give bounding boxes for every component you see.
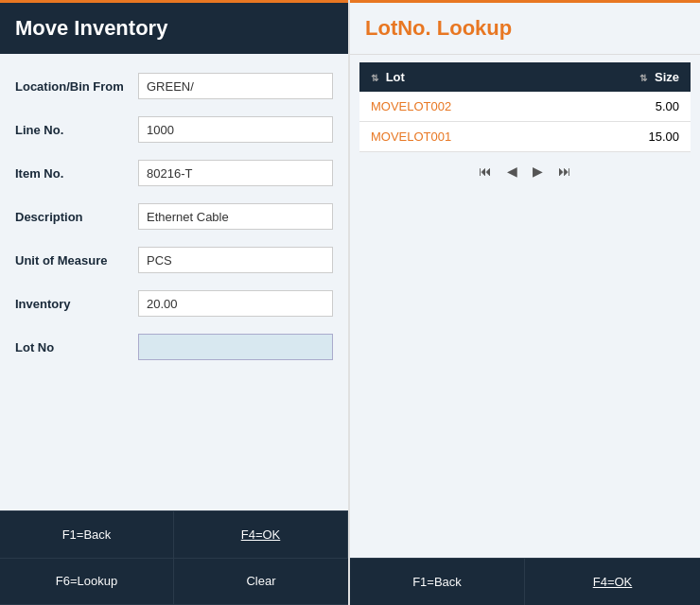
f4-ok-button[interactable]: F4=OK (174, 511, 348, 559)
left-panel-header: Move Inventory (0, 0, 348, 54)
label-location-bin-from: Location/Bin From (15, 79, 138, 94)
size-column-header[interactable]: ⇅ Size (567, 62, 691, 92)
right-panel: LotNo. Lookup ⇅ Lot ⇅ Size MOVELOT0025.0… (350, 0, 700, 605)
left-title: Move Inventory (15, 16, 167, 40)
right-f4-ok-button[interactable]: F4=OK (525, 559, 700, 605)
form-row-description: Description (15, 203, 333, 230)
input-line-no[interactable] (138, 116, 333, 143)
form-row-item-no: Item No. (15, 160, 333, 186)
left-footer: F1=Back F4=OK F6=Lookup Clear (0, 510, 348, 605)
label-inventory: Inventory (15, 297, 138, 311)
form-row-lot-no: Lot No (15, 334, 333, 360)
right-title: LotNo. Lookup (365, 16, 512, 40)
form-row-inventory: Inventory (15, 290, 333, 317)
input-item-no[interactable] (138, 160, 333, 186)
table-row[interactable]: MOVELOT00115.00 (359, 122, 691, 152)
lot-lookup-table: ⇅ Lot ⇅ Size MOVELOT0025.00MOVELOT00115.… (359, 62, 691, 152)
next-page-button[interactable]: ▶ (529, 162, 547, 181)
form-row-location-bin-from: Location/Bin From (15, 73, 333, 99)
input-location-bin-from[interactable] (138, 73, 333, 99)
form-row-line-no: Line No. (15, 116, 333, 143)
input-description[interactable] (138, 203, 333, 230)
f6-lookup-button[interactable]: F6=Lookup (0, 559, 174, 606)
table-row[interactable]: MOVELOT0025.00 (359, 92, 691, 122)
size-cell: 5.00 (567, 92, 691, 122)
right-f1-back-button[interactable]: F1=Back (350, 559, 525, 605)
prev-page-button[interactable]: ◀ (503, 162, 521, 181)
right-panel-header: LotNo. Lookup (350, 0, 700, 55)
first-page-button[interactable]: ⏮ (475, 162, 496, 181)
lot-link[interactable]: MOVELOT001 (371, 130, 451, 144)
pagination-controls: ⏮ ◀ ▶ ⏭ (359, 152, 691, 190)
clear-button[interactable]: Clear (174, 559, 348, 606)
input-inventory[interactable] (138, 290, 333, 317)
size-cell: 15.00 (567, 122, 691, 152)
last-page-button[interactable]: ⏭ (554, 162, 575, 181)
lot-column-header[interactable]: ⇅ Lot (359, 62, 567, 92)
lookup-content: ⇅ Lot ⇅ Size MOVELOT0025.00MOVELOT00115.… (350, 55, 700, 558)
left-panel: Move Inventory Location/Bin FromLine No.… (0, 0, 350, 605)
f1-back-button[interactable]: F1=Back (0, 511, 174, 559)
size-sort-icon: ⇅ (639, 73, 647, 83)
label-description: Description (15, 210, 138, 224)
lot-cell: MOVELOT001 (359, 122, 567, 152)
label-unit-of-measure: Unit of Measure (15, 253, 138, 268)
lot-cell: MOVELOT002 (359, 92, 567, 122)
form-row-unit-of-measure: Unit of Measure (15, 247, 333, 273)
label-line-no: Line No. (15, 123, 138, 137)
input-unit-of-measure[interactable] (138, 247, 333, 273)
lot-link[interactable]: MOVELOT002 (371, 99, 451, 113)
label-lot-no: Lot No (15, 340, 138, 354)
right-footer: F1=Back F4=OK (350, 558, 700, 605)
input-lot-no[interactable] (138, 334, 333, 360)
left-form: Location/Bin FromLine No.Item No.Descrip… (0, 54, 348, 510)
label-item-no: Item No. (15, 166, 138, 181)
lot-sort-icon: ⇅ (371, 73, 378, 83)
